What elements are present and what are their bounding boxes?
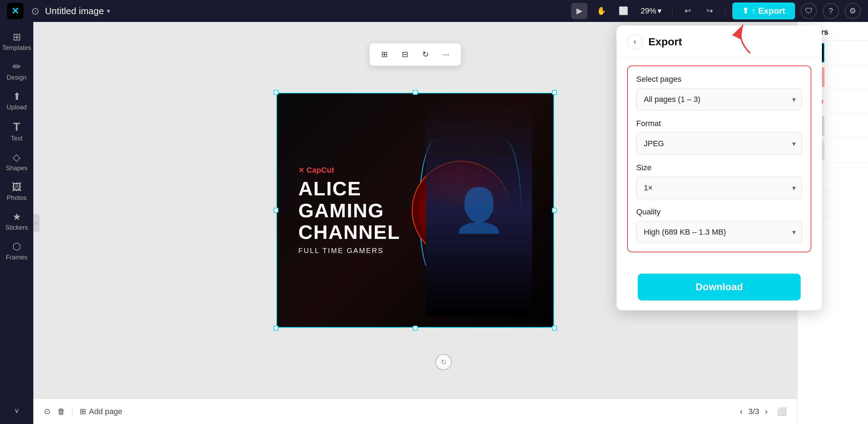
document-title: Untitled image [45, 6, 104, 17]
gaming-person: 👤 [426, 104, 532, 316]
stickers-label: Stickers [5, 224, 28, 231]
canvas-frame[interactable]: 👤 ✕ CapCut ALICE GAMING [276, 93, 554, 328]
zoom-chevron: ▾ [658, 6, 661, 16]
zoom-value: 29% [641, 6, 656, 16]
gaming-text-block: ✕ CapCut ALICE GAMING CHANNEL FULL TIME … [298, 166, 400, 255]
quality-select-wrapper: Low Medium High (689 KB – 1.3 MB) Best ▾ [636, 221, 802, 243]
help-icon-btn[interactable]: ? [823, 3, 839, 19]
canvas-toolbar: ⊞ ⊟ ↻ ··· [370, 43, 461, 66]
size-label: Size [636, 163, 802, 172]
gaming-brand-text: CapCut [306, 166, 334, 175]
page-prev-btn[interactable]: ‹ [740, 407, 743, 417]
gaming-background: 👤 ✕ CapCut ALICE GAMING [277, 93, 553, 327]
format-select-wrapper: JPEG PNG PDF SVG ▾ [636, 132, 802, 155]
sidebar-item-design[interactable]: ✏ Design [2, 57, 31, 85]
pages-select[interactable]: All pages (1 – 3) Current page Page 1 Pa… [636, 88, 802, 110]
logo-icon: ✕ [11, 6, 19, 17]
templates-label: Templates [2, 44, 31, 52]
canvas-qr-btn[interactable]: ⊟ [397, 47, 413, 62]
export-panel: ‹ Export Select pages All pages (1 – 3) … [616, 25, 822, 310]
redo-btn[interactable]: ↪ [701, 3, 718, 19]
templates-icon: ⊞ [13, 31, 21, 43]
export-upload-icon: ⬆ [742, 6, 749, 16]
page-next-btn[interactable]: › [765, 407, 768, 417]
save-to-project-btn[interactable]: ⊙ [44, 407, 50, 416]
sidebar-item-upload[interactable]: ⬆ Upload [2, 87, 31, 115]
export-button-label: ↑ Export [751, 6, 785, 16]
doc-icon: ⊙ [31, 5, 39, 17]
topbar-divider [672, 6, 672, 16]
sidebar-item-photos[interactable]: 🖼 Photos [2, 178, 31, 205]
upload-icon: ⬆ [13, 91, 21, 102]
left-sidebar: ⊞ Templates ✏ Design ⬆ Upload T Text ◇ S… [0, 22, 33, 424]
design-label: Design [7, 74, 27, 81]
frames-icon: ⬡ [12, 241, 21, 252]
export-button[interactable]: ⬆ ↑ Export [732, 2, 795, 19]
canvas-more-btn[interactable]: ··· [438, 47, 454, 62]
size-select[interactable]: 0.5× 1× 2× 3× 4× [636, 177, 802, 199]
topbar-divider2 [725, 6, 725, 16]
shapes-icon: ◇ [13, 151, 21, 163]
sidebar-item-text[interactable]: T Text [2, 117, 31, 146]
page-current: 3/3 [748, 407, 759, 416]
export-download-wrapper: Download [616, 268, 822, 310]
design-icon: ✏ [13, 61, 21, 73]
delete-icon: 🗑 [57, 407, 65, 416]
sidebar-collapse-btn[interactable]: ∨ [2, 403, 31, 418]
text-label: Text [11, 135, 22, 142]
quality-label: Quality [636, 207, 802, 217]
export-back-btn[interactable]: ‹ [627, 34, 643, 50]
sidebar-item-frames[interactable]: ⬡ Frames [2, 237, 31, 265]
bottom-divider [72, 406, 73, 417]
topbar: ✕ ⊙ Untitled image ▾ ▶ ✋ ⬜ 29% ▾ ↩ ↪ ⬆ ↑… [0, 0, 868, 22]
collapse-icon: ∨ [14, 406, 19, 415]
fullscreen-btn[interactable]: ⬜ [777, 407, 787, 416]
stickers-icon: ★ [12, 211, 21, 223]
add-page-label: Add page [89, 407, 122, 416]
shield-icon-btn[interactable]: 🛡 [801, 3, 817, 19]
gaming-title: ALICE GAMING CHANNEL [298, 178, 400, 243]
add-page-btn[interactable]: ⊞ Add page [80, 407, 122, 416]
gaming-title-line2: GAMING [298, 200, 400, 222]
export-body: Select pages All pages (1 – 3) Current p… [616, 57, 822, 268]
zoom-control[interactable]: 29% ▾ [637, 6, 665, 16]
red-arrow-annotation [722, 21, 802, 58]
document-title-area[interactable]: Untitled image ▾ [45, 6, 110, 17]
gaming-subtitle: FULL TIME GAMERS [298, 247, 400, 255]
gaming-brand: ✕ CapCut [298, 166, 400, 175]
back-icon: ‹ [633, 37, 636, 46]
delete-btn[interactable]: 🗑 [57, 407, 65, 416]
format-select[interactable]: JPEG PNG PDF SVG [636, 132, 802, 155]
photos-label: Photos [7, 194, 27, 202]
sidebar-item-shapes[interactable]: ◇ Shapes [2, 148, 31, 176]
export-panel-title: Export [648, 36, 682, 48]
frame-tool-btn[interactable]: ⬜ [615, 3, 631, 19]
text-icon: T [13, 120, 20, 133]
download-button[interactable]: Download [638, 274, 801, 300]
hand-tool-btn[interactable]: ✋ [593, 3, 609, 19]
select-pages-label: Select pages [636, 75, 802, 84]
canvas-refresh-btn[interactable]: ↻ [418, 47, 433, 62]
sidebar-item-stickers[interactable]: ★ Stickers [2, 207, 31, 235]
add-page-icon: ⊞ [80, 407, 86, 416]
sidebar-collapse-handle[interactable]: ‹ [33, 214, 40, 232]
export-options-box: Select pages All pages (1 – 3) Current p… [627, 65, 811, 252]
app-logo[interactable]: ✕ [7, 3, 23, 19]
canvas-crop-btn[interactable]: ⊞ [377, 47, 392, 62]
pages-select-wrapper: All pages (1 – 3) Current page Page 1 Pa… [636, 88, 802, 110]
collapse-arrow-icon: ‹ [36, 220, 38, 226]
quality-select[interactable]: Low Medium High (689 KB – 1.3 MB) Best [636, 221, 802, 243]
frames-label: Frames [6, 254, 27, 261]
undo-btn[interactable]: ↩ [680, 3, 696, 19]
sidebar-item-templates[interactable]: ⊞ Templates [2, 28, 31, 55]
format-label: Format [636, 119, 802, 128]
size-select-wrapper: 0.5× 1× 2× 3× 4× ▾ [636, 177, 802, 199]
fullscreen-icon: ⬜ [777, 407, 787, 416]
canvas-image: 👤 ✕ CapCut ALICE GAMING [277, 93, 553, 327]
title-chevron: ▾ [107, 7, 110, 15]
bottom-bar: ⊙ 🗑 ⊞ Add page ‹ 3/3 › ⬜ [33, 399, 797, 424]
settings-icon-btn[interactable]: ⚙ [845, 3, 861, 19]
cursor-tool-btn[interactable]: ▶ [571, 3, 587, 19]
refresh-btn[interactable]: ↻ [435, 354, 452, 370]
gaming-title-line1: ALICE [298, 178, 400, 200]
